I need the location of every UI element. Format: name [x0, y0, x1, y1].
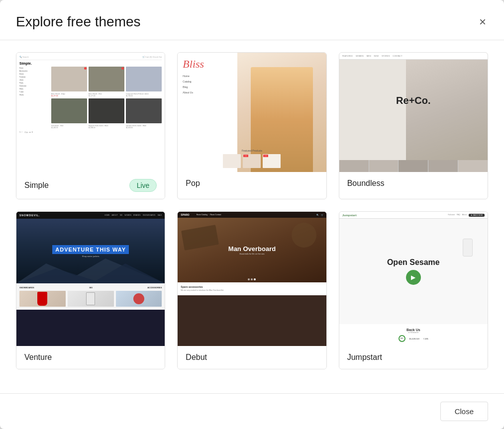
- debut-header: SPARO Home Catalog → News Contact 🔍🛒: [178, 212, 326, 218]
- theme-card-footer-pop: Pop: [178, 172, 326, 195]
- modal-footer: Close: [0, 393, 504, 429]
- theme-preview-boundless: FEATUREDWOMENMENNEWSTORESCONTACT Re+Co.: [339, 53, 488, 172]
- close-icon-button[interactable]: ×: [477, 14, 488, 30]
- theme-name-jumpstart: Jumpstart: [347, 353, 382, 362]
- theme-name-debut: Debut: [186, 353, 207, 362]
- theme-card-footer-jumpstart: Jumpstart: [339, 346, 488, 369]
- jumpstart-stats: 90% $1,428,519 7,495: [344, 335, 483, 342]
- theme-name-boundless: Boundless: [347, 179, 385, 188]
- themes-grid: 🔍 Search 🛒 Cart (0) Check Out Simple. Ho…: [16, 52, 488, 369]
- jumpstart-stat-amount: $1,428,519: [409, 338, 419, 340]
- modal-body: 🔍 Search 🛒 Cart (0) Check Out Simple. Ho…: [0, 40, 504, 393]
- theme-preview-simple: 🔍 Search 🛒 Cart (0) Check Out Simple. Ho…: [16, 53, 165, 172]
- simple-logo: Simple.: [19, 62, 162, 65]
- theme-preview-debut: SPARO Home Catalog → News Contact 🔍🛒: [178, 212, 326, 346]
- live-badge-simple: Live: [129, 179, 157, 192]
- theme-card-footer-boundless: Boundless: [339, 172, 488, 195]
- theme-card-pop[interactable]: Bliss HomeCatalogBlogAbout Us Featured P…: [177, 52, 326, 199]
- jumpstart-stat-count: 7,495: [423, 338, 428, 340]
- theme-name-venture: Venture: [24, 353, 52, 362]
- jumpstart-stat-percent: 90%: [399, 335, 405, 342]
- theme-preview-pop: Bliss HomeCatalogBlogAbout Us Featured P…: [178, 53, 326, 172]
- theme-card-boundless[interactable]: FEATUREDWOMENMENNEWSTORESCONTACT Re+Co.: [339, 52, 488, 199]
- jumpstart-play-button[interactable]: ▶: [406, 270, 421, 285]
- theme-preview-venture: SNOWDEVIL. HOMEABOUTSKIWOMENBRANDSSNOWBO…: [16, 212, 165, 346]
- theme-card-jumpstart[interactable]: Jumpstart KickstartFAQAbout ★ BACK NOW O…: [339, 211, 488, 369]
- theme-name-simple: Simple: [24, 181, 49, 190]
- modal-header: Explore free themes ×: [0, 0, 504, 40]
- pop-featured: Featured Products Sale Sale: [178, 149, 326, 168]
- close-modal-button[interactable]: Close: [440, 402, 488, 421]
- modal: Explore free themes × 🔍 Search 🛒 Cart (0…: [0, 0, 504, 429]
- jumpstart-nav: KickstartFAQAbout ★ BACK NOW: [448, 214, 485, 217]
- theme-card-footer-debut: Debut: [178, 346, 326, 369]
- theme-card-footer-simple: Simple Live: [16, 172, 165, 199]
- theme-card-debut[interactable]: SPARO Home Catalog → News Contact 🔍🛒: [177, 211, 326, 369]
- theme-card-simple[interactable]: 🔍 Search 🛒 Cart (0) Check Out Simple. Ho…: [16, 52, 165, 199]
- boundless-logo: Re+Co.: [396, 95, 430, 106]
- theme-card-venture[interactable]: SNOWDEVIL. HOMEABOUTSKIWOMENBRANDSSNOWBO…: [16, 211, 165, 369]
- jumpstart-device: [463, 239, 473, 257]
- jumpstart-header: Jumpstart KickstartFAQAbout ★ BACK NOW: [339, 212, 488, 219]
- theme-card-footer-venture: Venture: [16, 346, 165, 369]
- modal-title: Explore free themes: [16, 14, 141, 30]
- theme-name-pop: Pop: [186, 179, 200, 188]
- pop-nav: HomeCatalogBlogAbout Us: [183, 74, 204, 95]
- pop-logo: Bliss: [183, 58, 204, 71]
- venture-header: SNOWDEVIL. HOMEABOUTSKIWOMENBRANDSSNOWBO…: [16, 212, 165, 219]
- theme-preview-jumpstart: Jumpstart KickstartFAQAbout ★ BACK NOW O…: [339, 212, 488, 346]
